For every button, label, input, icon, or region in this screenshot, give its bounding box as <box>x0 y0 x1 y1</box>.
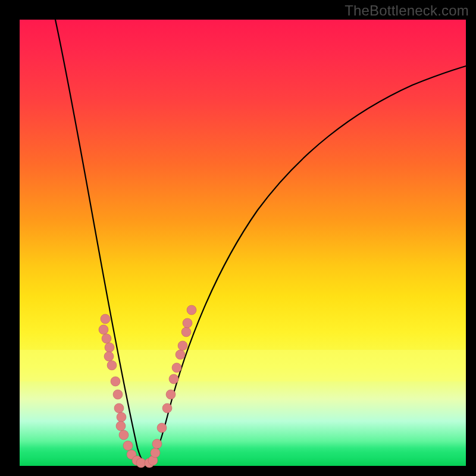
dots-right-branch <box>145 305 196 468</box>
plot-area <box>20 20 466 466</box>
svg-point-24 <box>172 363 181 372</box>
svg-point-1 <box>99 325 108 334</box>
svg-point-9 <box>117 412 126 422</box>
svg-point-10 <box>116 421 126 431</box>
svg-point-20 <box>157 423 167 433</box>
dots-left-branch <box>99 314 146 468</box>
svg-point-6 <box>111 377 120 386</box>
svg-point-4 <box>104 352 114 361</box>
svg-point-27 <box>181 327 191 337</box>
svg-point-26 <box>178 341 187 350</box>
svg-point-19 <box>152 439 162 449</box>
curve-layer <box>20 20 466 466</box>
svg-point-28 <box>183 318 192 328</box>
svg-point-29 <box>187 305 196 315</box>
svg-point-21 <box>162 403 172 413</box>
svg-point-12 <box>123 441 133 450</box>
svg-point-11 <box>119 430 129 440</box>
svg-point-25 <box>176 350 185 359</box>
watermark-text: TheBottleneck.com <box>345 2 469 19</box>
svg-point-8 <box>114 403 124 413</box>
svg-point-7 <box>113 390 123 399</box>
svg-point-2 <box>102 334 111 343</box>
chart-frame: TheBottleneck.com <box>0 0 476 476</box>
svg-point-0 <box>101 314 110 324</box>
svg-point-18 <box>151 448 160 458</box>
svg-point-3 <box>105 343 114 352</box>
svg-point-5 <box>107 361 117 370</box>
svg-point-22 <box>166 390 176 399</box>
svg-point-15 <box>136 458 146 468</box>
svg-point-23 <box>169 374 178 384</box>
